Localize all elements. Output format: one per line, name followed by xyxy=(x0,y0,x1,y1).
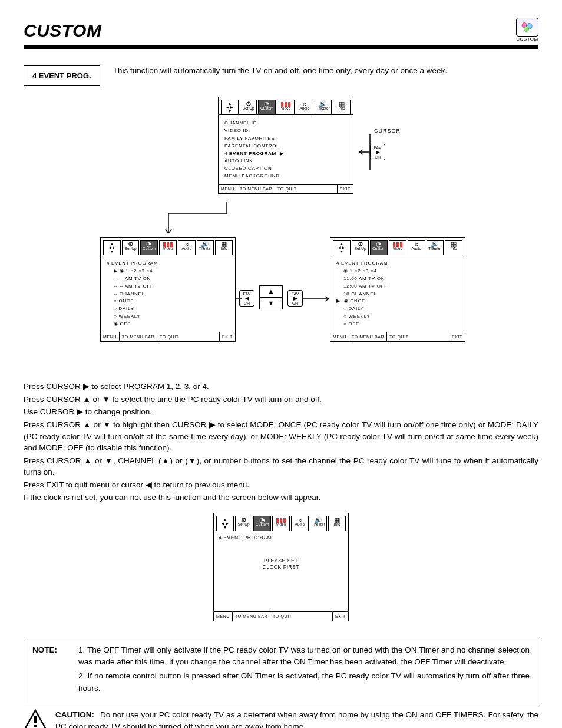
note-item-1: 1. The OFF Timer will only activate if t… xyxy=(78,644,530,668)
menu-item: AUTO LINK xyxy=(224,157,347,165)
prog-select-row: ▶ ◉ 1 ○2 ○3 ○4 xyxy=(107,268,229,275)
menu-row: ○ DAILY xyxy=(336,305,459,313)
footer-menu: MENU xyxy=(330,332,349,341)
caution-text: Do not use your PC color ready TV as a d… xyxy=(55,710,538,728)
osd-tabs: ▲◀ ▶▼ ⚙Set Up ◔Custom ▮▮▮Video ♬Audio 🔊T… xyxy=(214,513,348,531)
tab-setup: ⚙Set Up xyxy=(235,516,253,531)
menu-item-selected: 4 EVENT PROGRAM ▶ xyxy=(224,150,347,158)
arrow-down-icon xyxy=(159,202,230,238)
fav-bot: CH xyxy=(371,155,385,159)
menu-item: PARENTAL CONTROL xyxy=(224,143,347,150)
osd-tabs: ▲◀ ▶▼ ⚙Set Up ◔Custom ▮▮▮Video ♬Audio 🔊T… xyxy=(219,97,353,115)
osd-top-body: CHANNEL ID. VIDEO ID. FAMILY FAVORITES P… xyxy=(219,115,353,183)
tab-custom: ◔Custom xyxy=(258,100,276,114)
tab-info: ▦Info xyxy=(333,100,351,114)
clock-message: PLEASE SET CLOCK FIRST xyxy=(219,558,343,571)
header-rule xyxy=(24,45,538,49)
menu-row: -- -- AM TV ON xyxy=(107,275,229,283)
instruction-line: Press CURSOR ▶ to select PROGRAM 1, 2, 3… xyxy=(24,381,538,393)
footer-menu: MENU xyxy=(101,332,120,341)
clock-panel: ▲◀ ▶▼ ⚙Set Up ◔Custom ▮▮▮Video ♬Audio 🔊T… xyxy=(213,513,349,621)
footer-quit: TO QUIT xyxy=(157,332,220,341)
page-header: CUSTOM CUSTOM xyxy=(24,18,538,43)
osd-footer: MENU TO MENU BAR TO QUIT EXIT xyxy=(330,332,465,341)
footer-bar: TO MENU BAR xyxy=(349,332,387,341)
tab-video: ▮▮▮Video xyxy=(389,240,406,255)
osd-footer: MENU TO MENU BAR TO QUIT EXIT xyxy=(101,332,235,341)
nav-arrows-icon: ▲◀ ▶▼ xyxy=(221,100,239,114)
footer-exit: EXIT xyxy=(449,332,465,341)
footer-exit: EXIT xyxy=(333,612,348,621)
header-icon-wrap: CUSTOM xyxy=(516,18,538,43)
tab-theater: 🔊Theater xyxy=(197,240,214,255)
menu-row-label: ◉ ONCE xyxy=(344,298,366,304)
nav-arrows-icon: ▲◀ ▶▼ xyxy=(103,240,121,255)
note-label: NOTE: xyxy=(32,644,64,697)
menu-row: ○ OFF xyxy=(336,321,459,328)
menu-row: 11:00 AM TV ON xyxy=(336,275,459,283)
tab-info: ▦Info xyxy=(445,240,462,255)
instruction-line: Use CURSOR ▶ to change position. xyxy=(24,406,538,418)
caution-row: CAUTION:Do not use your PC color ready T… xyxy=(24,709,538,728)
prog-select-row: ◉ 1 ○2 ○3 ○4 xyxy=(336,268,459,275)
caution-body: CAUTION:Do not use your PC color ready T… xyxy=(55,709,538,728)
note-box: NOTE: 1. The OFF Timer will only activat… xyxy=(24,638,538,703)
tab-setup: ⚙Set Up xyxy=(122,240,140,255)
menu-item: VIDEO ID. xyxy=(224,127,347,135)
instruction-line: If the clock is not set, you can not use… xyxy=(24,492,538,503)
tab-custom: ◔Custom xyxy=(370,240,388,255)
svg-rect-3 xyxy=(34,716,37,723)
nav-arrows-icon: ▲◀ ▶▼ xyxy=(216,516,234,531)
caution-label: CAUTION: xyxy=(55,710,94,719)
footer-exit: EXIT xyxy=(338,185,353,193)
menu-row: -- CHANNEL xyxy=(107,291,229,298)
note-text: 1. The OFF Timer will only activate if t… xyxy=(78,644,530,697)
osd-right-body: 4 EVENT PROGRAM ◉ 1 ○2 ○3 ○4 11:00 AM TV… xyxy=(330,255,465,331)
instruction-line: Press CURSOR ▲ or ▼ to highlight then CU… xyxy=(24,419,538,454)
menu-row: ○ WEEKLY xyxy=(107,313,229,321)
tab-video: ▮▮▮Video xyxy=(272,516,290,531)
tab-info: ▦Info xyxy=(215,240,233,255)
footer-menu: MENU xyxy=(219,185,237,193)
instruction-line: Press EXIT to quit menu or cursor ◀ to r… xyxy=(24,479,538,491)
clock-msg-2: CLOCK FIRST xyxy=(263,564,300,570)
tab-theater: 🔊Theater xyxy=(315,100,332,114)
menu-row-selected: ▶ ◉ ONCE xyxy=(336,298,459,305)
menu-item-label: 4 EVENT PROGRAM xyxy=(224,151,276,156)
tab-theater: 🔊Theater xyxy=(427,240,444,255)
osd-footer: MENU TO MENU BAR TO QUIT EXIT xyxy=(219,184,353,193)
menu-row: ○ DAILY xyxy=(107,305,229,313)
menu-row: 10 CHANNEL xyxy=(336,291,459,298)
up-arrow-icon: ▲ xyxy=(260,286,282,298)
tab-audio: ♬Audio xyxy=(296,100,313,114)
arrow-left-stub-icon xyxy=(236,295,242,303)
instruction-line: Press CURSOR ▲ or ▼ to select the time t… xyxy=(24,394,538,406)
footer-menu: MENU xyxy=(214,612,233,621)
osd-left-body: 4 EVENT PROGRAM ▶ ◉ 1 ○2 ○3 ○4 -- -- AM … xyxy=(101,255,235,331)
footer-quit: TO QUIT xyxy=(270,612,333,621)
menu-row: ○ WEEKLY xyxy=(336,313,459,321)
fav-bot: CH xyxy=(288,301,302,305)
clock-msg-1: PLEASE SET xyxy=(264,558,298,564)
updown-selector: ▲ ▼ xyxy=(259,285,283,309)
osd-tabs: ▲◀ ▶▼ ⚙Set Up ◔Custom ▮▮▮Video ♬Audio 🔊T… xyxy=(101,238,235,255)
instructions: Press CURSOR ▶ to select PROGRAM 1, 2, 3… xyxy=(24,381,538,503)
menu-item: MENU BACKGROUND xyxy=(224,173,347,180)
tab-audio: ♬Audio xyxy=(291,516,309,531)
instruction-line: Press CURSOR ▲ or ▼, CHANNEL (▲) or (▼),… xyxy=(24,455,538,478)
footer-quit: TO QUIT xyxy=(387,332,449,341)
tab-info: ▦Info xyxy=(328,516,346,531)
menu-row: -- -- AM TV OFF xyxy=(107,283,229,291)
tab-setup: ⚙Set Up xyxy=(352,240,369,255)
svg-point-2 xyxy=(524,27,528,31)
prog-label: 1 ○2 ○3 ○4 xyxy=(125,268,153,274)
tab-video: ▮▮▮Video xyxy=(159,240,177,255)
panel-title: 4 EVENT PROGRAM xyxy=(107,260,229,268)
section-label: 4 EVENT PROG. xyxy=(24,65,100,87)
footer-quit: TO QUIT xyxy=(275,185,338,193)
arrow-right-icon xyxy=(303,295,331,303)
tab-custom: ◔Custom xyxy=(253,516,271,531)
osd-diagram: ▲◀ ▶▼ ⚙Set Up ◔Custom ▮▮▮Video ♬Audio 🔊T… xyxy=(47,97,515,374)
osd-tabs: ▲◀ ▶▼ ⚙Set Up ◔Custom ▮▮▮Video ♬Audio 🔊T… xyxy=(330,238,465,255)
svg-rect-4 xyxy=(34,725,37,727)
